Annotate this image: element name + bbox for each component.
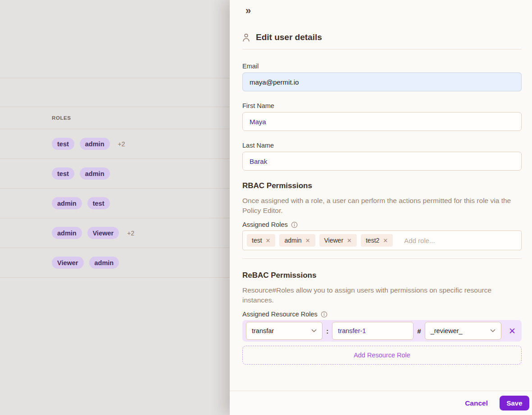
role-chip-label: Viewer	[324, 237, 344, 244]
role-pill: admin	[80, 138, 110, 150]
table-header-row: ROLES	[0, 107, 230, 129]
resource-role-select-value: _reviewer_	[431, 327, 463, 334]
role-pill: test	[52, 167, 74, 180]
cancel-button[interactable]: Cancel	[465, 399, 488, 407]
add-resource-role-button[interactable]: Add Resource Role	[242, 346, 522, 365]
table-top-divider	[0, 78, 230, 78]
rbac-section-description: Once assigned with a role, a user can pe…	[242, 196, 522, 216]
colon-separator: :	[326, 327, 328, 335]
edit-user-drawer: » Edit user details Email First Name Las…	[230, 0, 532, 415]
table-row: test admin +2	[0, 129, 230, 159]
role-pill: admin	[89, 257, 119, 269]
add-role-input[interactable]	[404, 237, 517, 244]
role-pill: admin	[80, 167, 110, 180]
role-chip-label: test2	[366, 237, 379, 244]
remove-role-icon[interactable]: ✕	[347, 238, 352, 244]
remove-role-icon[interactable]: ✕	[266, 238, 271, 244]
role-chip: test ✕	[247, 234, 275, 247]
user-icon	[242, 33, 250, 42]
remove-resource-role-button[interactable]: ✕	[505, 327, 519, 335]
drawer-title: Edit user details	[256, 32, 322, 42]
resource-select-value: transfar	[252, 327, 274, 334]
rebac-section-description: Resource#Roles allow you to assign users…	[242, 285, 522, 305]
role-pill: admin	[52, 197, 82, 209]
roles-column-header: ROLES	[52, 115, 71, 121]
assigned-roles-label: Assigned Roles	[242, 221, 288, 228]
section-divider	[242, 258, 522, 259]
role-pill: test	[52, 138, 74, 150]
first-name-field[interactable]	[242, 112, 522, 131]
drawer-footer: Cancel Save	[230, 391, 532, 415]
table-row: Viewer admin	[0, 248, 230, 278]
assigned-resource-roles-label: Assigned Resource Roles	[242, 311, 318, 318]
table-row: admin test	[0, 189, 230, 218]
assigned-roles-input[interactable]: test ✕ admin ✕ Viewer ✕ test2 ✕	[242, 230, 522, 250]
table-row: test admin	[0, 159, 230, 189]
role-chip: Viewer ✕	[319, 234, 357, 247]
role-pill: Viewer	[87, 227, 119, 239]
more-roles-badge: +2	[127, 230, 134, 237]
remove-role-icon[interactable]: ✕	[383, 238, 388, 244]
resource-role-row: transfar : # _reviewer_ ✕	[242, 320, 522, 342]
chevron-down-icon	[490, 329, 496, 333]
rbac-section-heading: RBAC Permissions	[242, 181, 522, 190]
role-chip-label: test	[252, 237, 262, 244]
resource-select[interactable]: transfar	[246, 322, 323, 340]
users-table-background: ROLES test admin +2 test admin admin tes…	[0, 0, 230, 415]
chevron-down-icon	[311, 329, 317, 333]
email-label: Email	[242, 63, 522, 70]
save-button[interactable]: Save	[500, 396, 529, 410]
first-name-label: First Name	[242, 102, 522, 109]
role-chip-label: admin	[284, 237, 301, 244]
rebac-section-heading: ReBAC Permissions	[242, 271, 522, 280]
last-name-label: Last Name	[242, 142, 522, 149]
resource-role-select[interactable]: _reviewer_	[425, 322, 501, 340]
role-pill: Viewer	[52, 257, 84, 269]
last-name-field[interactable]	[242, 152, 522, 171]
table-row: admin Viewer +2	[0, 218, 230, 248]
info-icon[interactable]	[291, 221, 298, 228]
role-pill: test	[87, 197, 110, 209]
resource-instance-field[interactable]	[332, 322, 414, 340]
role-chip: test2 ✕	[361, 234, 393, 247]
hash-separator: #	[417, 327, 421, 335]
info-icon[interactable]	[321, 311, 327, 318]
role-pill: admin	[52, 227, 82, 239]
more-roles-badge: +2	[118, 140, 125, 148]
header-divider	[242, 49, 522, 50]
remove-role-icon[interactable]: ✕	[305, 238, 310, 244]
role-chip: admin ✕	[279, 234, 315, 247]
email-field[interactable]	[242, 72, 522, 91]
